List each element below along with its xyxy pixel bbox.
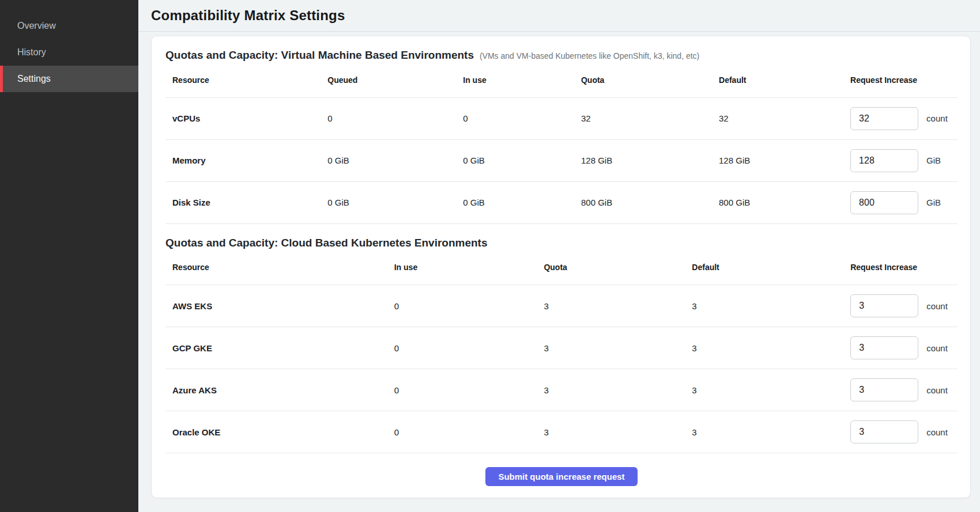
column-header-queued: Queued — [321, 63, 456, 97]
sidebar-item-overview[interactable]: Overview — [0, 13, 138, 39]
section-subtitle-vm: (VMs and VM-based Kubernetes like OpenSh… — [480, 51, 699, 60]
resource-name: Memory — [165, 139, 321, 181]
table-row-disk-size: Disk Size 0 GiB 0 GiB 800 GiB 800 GiB Gi… — [165, 181, 958, 223]
default-value: 3 — [685, 285, 843, 327]
table-row-gcp-gke: GCP GKE 0 3 3 count — [165, 327, 958, 369]
quota-value: 3 — [537, 411, 685, 453]
queued-value: 0 — [321, 97, 456, 139]
column-header-quota: Quota — [537, 251, 685, 285]
column-header-resource: Resource — [165, 63, 321, 97]
sidebar-item-label: History — [17, 47, 46, 58]
request-increase-input-disk-size[interactable] — [850, 191, 918, 214]
quota-value: 128 GiB — [574, 139, 712, 181]
cloud-quota-table: Resource In use Quota Default Request In… — [165, 251, 958, 454]
page-title: Compatibility Matrix Settings — [151, 7, 345, 24]
main-content: Compatibility Matrix Settings Quotas and… — [138, 0, 980, 512]
default-value: 3 — [685, 369, 843, 411]
cloud-section-heading: Quotas and Capacity: Cloud Based Kuberne… — [165, 236, 958, 251]
default-value: 3 — [685, 327, 843, 369]
submit-row: Submit quota increase request — [165, 453, 958, 498]
unit-label: GiB — [926, 198, 941, 207]
table-header-row: Resource In use Quota Default Request In… — [165, 251, 958, 285]
unit-label: count — [926, 385, 948, 395]
quota-value: 3 — [537, 369, 685, 411]
table-row-aws-eks: AWS EKS 0 3 3 count — [165, 285, 958, 327]
request-increase-input-vcpus[interactable] — [850, 107, 918, 130]
in-use-value: 0 — [387, 411, 537, 453]
column-header-in-use: In use — [456, 63, 574, 97]
sidebar-item-settings[interactable]: Settings — [0, 66, 138, 92]
sidebar-item-label: Overview — [17, 21, 56, 31]
active-indicator — [0, 66, 3, 92]
default-value: 32 — [712, 97, 843, 139]
unit-label: count — [926, 343, 948, 353]
in-use-value: 0 — [387, 327, 537, 369]
quotas-card: Quotas and Capacity: Virtual Machine Bas… — [151, 36, 971, 498]
section-title-cloud: Quotas and Capacity: Cloud Based Kuberne… — [165, 236, 488, 251]
quota-value: 3 — [537, 285, 685, 327]
resource-name: vCPUs — [165, 97, 321, 139]
column-header-request-increase: Request Increase — [843, 251, 958, 285]
sidebar-item-label: Settings — [17, 74, 51, 84]
in-use-value: 0 — [456, 97, 574, 139]
resource-name: Disk Size — [165, 181, 321, 223]
request-increase-input-memory[interactable] — [850, 149, 918, 172]
quota-value: 3 — [537, 327, 685, 369]
sidebar-item-history[interactable]: History — [0, 39, 138, 66]
resource-name: AWS EKS — [165, 285, 387, 327]
column-header-default: Default — [712, 63, 843, 97]
section-title-vm: Quotas and Capacity: Virtual Machine Bas… — [165, 48, 474, 63]
column-header-in-use: In use — [387, 251, 537, 285]
request-increase-input-oracle-oke[interactable] — [850, 420, 918, 443]
quota-value: 32 — [574, 97, 712, 139]
in-use-value: 0 — [387, 369, 537, 411]
quota-value: 800 GiB — [574, 181, 712, 223]
in-use-value: 0 GiB — [456, 139, 574, 181]
resource-name: GCP GKE — [165, 327, 387, 369]
table-row-vcpus: vCPUs 0 0 32 32 count — [165, 97, 958, 139]
queued-value: 0 GiB — [321, 139, 456, 181]
column-header-resource: Resource — [165, 251, 387, 285]
sidebar: Overview History Settings — [0, 0, 138, 512]
default-value: 128 GiB — [712, 139, 843, 181]
table-header-row: Resource Queued In use Quota Default Req… — [165, 63, 958, 97]
resource-name: Azure AKS — [165, 369, 387, 411]
default-value: 800 GiB — [712, 181, 843, 223]
unit-label: count — [926, 301, 948, 311]
content-area: Quotas and Capacity: Virtual Machine Bas… — [138, 32, 980, 498]
unit-label: count — [926, 427, 948, 437]
request-increase-input-azure-aks[interactable] — [850, 378, 918, 401]
queued-value: 0 GiB — [321, 181, 456, 223]
column-header-quota: Quota — [574, 63, 712, 97]
resource-name: Oracle OKE — [165, 411, 387, 453]
vm-quota-table: Resource Queued In use Quota Default Req… — [165, 63, 958, 224]
submit-quota-increase-button[interactable]: Submit quota increase request — [485, 467, 637, 486]
unit-label: GiB — [926, 156, 941, 165]
in-use-value: 0 GiB — [456, 181, 574, 223]
default-value: 3 — [685, 411, 843, 453]
table-row-memory: Memory 0 GiB 0 GiB 128 GiB 128 GiB GiB — [165, 139, 958, 181]
request-increase-input-aws-eks[interactable] — [850, 294, 918, 317]
page-header: Compatibility Matrix Settings — [138, 0, 980, 32]
request-increase-input-gcp-gke[interactable] — [850, 336, 918, 359]
table-row-oracle-oke: Oracle OKE 0 3 3 count — [165, 411, 958, 453]
table-row-azure-aks: Azure AKS 0 3 3 count — [165, 369, 958, 411]
unit-label: count — [926, 113, 948, 123]
column-header-request-increase: Request Increase — [843, 63, 958, 97]
column-header-default: Default — [685, 251, 843, 285]
in-use-value: 0 — [387, 285, 537, 327]
vm-section-heading: Quotas and Capacity: Virtual Machine Bas… — [165, 48, 958, 63]
